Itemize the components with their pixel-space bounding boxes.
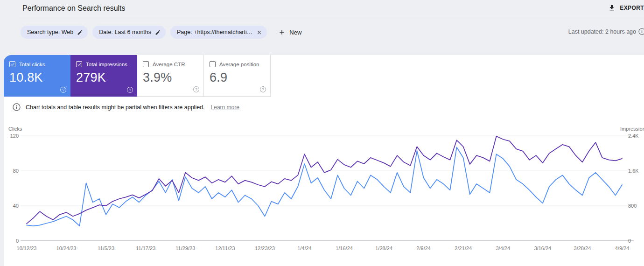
card-average-position[interactable]: Average position 6.9 ? (204, 55, 271, 97)
card-label: Average position (219, 62, 259, 67)
last-updated-text: Last updated: 2 hours ago (568, 28, 636, 35)
help-icon[interactable]: ? (193, 86, 199, 92)
checkbox-checked-icon[interactable] (9, 61, 15, 67)
x-tick-label: 12/11/23 (206, 245, 244, 251)
x-tick-label: 3/16/24 (524, 245, 561, 251)
x-tick-label: 2/21/24 (445, 245, 482, 251)
metric-cards-row: Total clicks 10.8K ? Total impressions 2… (4, 55, 271, 97)
series-line-total-impressions (27, 136, 622, 224)
filter-chip-date[interactable]: Date: Last 6 months (92, 26, 166, 39)
edit-pencil-icon[interactable] (155, 29, 161, 35)
header-bar: Performance on Search results EXPORT (0, 0, 644, 17)
y-tick-label-left: 0 (2, 238, 19, 244)
edit-pencil-icon[interactable] (77, 29, 83, 35)
card-total-clicks[interactable]: Total clicks 10.8K ? (4, 55, 70, 97)
close-icon[interactable] (256, 29, 262, 35)
filter-chips: Search type: Web Date: Last 6 months Pag… (21, 26, 644, 39)
performance-chart: Clicks Impressions 1202.4K801.6K40800001… (0, 124, 644, 261)
info-icon (13, 103, 21, 111)
export-label: EXPORT (620, 5, 644, 11)
card-value: 6.9 (210, 70, 265, 85)
x-tick-label: 11/17/23 (127, 245, 164, 251)
filter-chip-label: Page: +https://thematcharti… (177, 29, 252, 35)
filter-chip-label: Date: Last 6 months (99, 29, 151, 35)
header-divider (19, 17, 644, 17)
help-icon[interactable]: ? (60, 87, 66, 93)
notice-banner: Chart totals and table results might be … (13, 103, 239, 111)
new-filter-button[interactable]: New (275, 27, 304, 38)
notice-text: Chart totals and table results might be … (26, 104, 205, 111)
checkbox-unchecked-icon[interactable] (143, 61, 149, 67)
checkbox-unchecked-icon[interactable] (210, 61, 216, 67)
x-tick-label: 11/29/23 (167, 245, 204, 251)
plus-icon (278, 28, 286, 36)
x-tick-label: 1/28/24 (365, 245, 403, 251)
x-tick-label: 10/24/23 (48, 245, 85, 251)
card-total-impressions[interactable]: Total impressions 279K ? (70, 55, 137, 97)
x-tick-label: 11/5/23 (87, 245, 125, 251)
checkbox-checked-icon[interactable] (76, 61, 82, 67)
y-tick-label-left: 80 (2, 168, 19, 174)
export-button[interactable]: EXPORT (605, 3, 644, 13)
y-tick-label-right: 0 (628, 238, 631, 244)
card-average-ctr[interactable]: Average CTR 3.9% ? (137, 55, 204, 97)
x-tick-label: 2/9/24 (405, 245, 442, 251)
filter-chip-page[interactable]: Page: +https://thematcharti… (170, 26, 267, 39)
y-tick-label-right: 800 (628, 203, 637, 209)
card-value: 3.9% (143, 70, 198, 85)
right-axis-title: Impressions (620, 126, 644, 132)
card-value: 279K (76, 70, 132, 85)
learn-more-link[interactable]: Learn more (211, 104, 239, 111)
help-icon[interactable]: ? (260, 86, 266, 92)
x-tick-label: 1/16/24 (326, 245, 363, 251)
last-updated: Last updated: 2 hours ago (568, 28, 641, 35)
help-icon[interactable]: ? (127, 87, 133, 93)
x-tick-label: 4/9/24 (603, 245, 641, 251)
y-tick-label-right: 1.6K (628, 168, 639, 174)
y-tick-label-left: 40 (2, 203, 19, 209)
info-icon[interactable] (638, 28, 644, 35)
card-label: Average CTR (153, 62, 185, 67)
card-label: Total clicks (19, 62, 45, 67)
card-label: Total impressions (86, 62, 127, 67)
x-tick-label: 12/23/23 (246, 245, 283, 251)
new-filter-label: New (289, 29, 301, 36)
filter-chip-search-type[interactable]: Search type: Web (21, 26, 88, 39)
y-tick-label-right: 2.4K (628, 133, 639, 139)
filter-chip-label: Search type: Web (27, 29, 73, 35)
chart-canvas (0, 124, 644, 245)
y-tick-label-left: 120 (2, 133, 19, 139)
download-icon (608, 4, 616, 12)
x-tick-label: 3/4/24 (484, 245, 522, 251)
left-axis-title: Clicks (8, 126, 22, 132)
page-title: Performance on Search results (22, 4, 126, 13)
card-value: 10.8K (9, 70, 65, 85)
x-tick-label: 10/12/23 (8, 245, 45, 251)
x-tick-label: 3/28/24 (564, 245, 601, 251)
filter-bar: Search type: Web Date: Last 6 months Pag… (21, 26, 644, 40)
series-line-total-clicks (27, 147, 622, 226)
x-tick-label: 1/4/24 (286, 245, 323, 251)
